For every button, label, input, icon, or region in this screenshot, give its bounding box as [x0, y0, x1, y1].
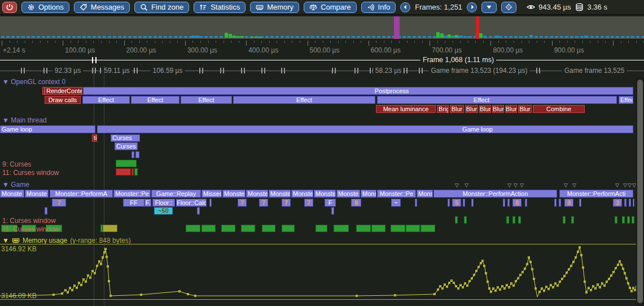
- zone[interactable]: Monste: [269, 190, 291, 198]
- zone[interactable]: Monste: [291, 190, 313, 198]
- lock-activity-bar[interactable]: [506, 216, 509, 224]
- scrollbar-thumb[interactable]: [637, 80, 643, 303]
- zone[interactable]: Monster::PerformA: [50, 190, 113, 198]
- zone[interactable]: Effec: [619, 96, 633, 104]
- collapsed-zones-marker-icon[interactable]: ▽: [455, 183, 459, 187]
- zone[interactable]: [448, 199, 450, 207]
- lock-activity-bar[interactable]: [455, 216, 458, 224]
- zone[interactable]: 7: [238, 199, 247, 207]
- collapsed-zones-marker-icon[interactable]: ▽: [572, 183, 576, 187]
- zone[interactable]: Blur: [492, 105, 504, 113]
- zone[interactable]: 8: [512, 199, 522, 207]
- zone[interactable]: [554, 199, 557, 207]
- lock-activity-bar[interactable]: [103, 225, 117, 232]
- zone[interactable]: 7: [259, 199, 268, 207]
- zone[interactable]: Effect: [377, 96, 617, 104]
- zone[interactable]: Combine: [533, 105, 585, 113]
- toolbar-button-info[interactable]: Info: [361, 2, 396, 13]
- power-button[interactable]: [2, 2, 17, 13]
- zone[interactable]: 7: [52, 199, 66, 207]
- zone[interactable]: Mons: [361, 190, 376, 198]
- zone[interactable]: Monster::PerformAction: [433, 190, 557, 198]
- toolbar-button-find-zone[interactable]: Find zone: [134, 2, 189, 13]
- zone[interactable]: Monste: [25, 190, 49, 198]
- frame-histogram[interactable]: [0, 16, 644, 40]
- collapsed-zones-marker-icon[interactable]: ▽: [465, 183, 468, 187]
- zone[interactable]: Effect: [181, 96, 232, 104]
- lock-activity-bar[interactable]: [571, 216, 574, 224]
- collapse-arrow-icon[interactable]: ▼: [2, 181, 11, 189]
- zone[interactable]: Curses: [111, 134, 140, 142]
- zone[interactable]: [629, 199, 631, 207]
- zone[interactable]: [331, 207, 334, 215]
- zone[interactable]: Effect: [131, 96, 179, 104]
- scrollbar-track[interactable]: [636, 78, 644, 306]
- collapsed-zones-marker-icon[interactable]: ▽: [564, 183, 568, 187]
- zone[interactable]: Blur: [518, 105, 532, 113]
- collapsed-zones-marker-icon[interactable]: ▽: [623, 183, 627, 187]
- zone[interactable]: Draw calls: [45, 96, 81, 104]
- zone[interactable]: Game loop: [0, 125, 95, 133]
- zone[interactable]: Monste: [246, 190, 268, 198]
- lock-activity-bar[interactable]: [371, 225, 385, 232]
- thread-header-opengl-context-0[interactable]: ▼ OpenGL context 0: [2, 78, 65, 86]
- toolbar-button-messages[interactable]: Messages: [74, 2, 130, 13]
- lock-activity-bar[interactable]: [627, 216, 630, 224]
- zone[interactable]: [559, 199, 561, 207]
- zone[interactable]: Mean luminance: [376, 105, 436, 113]
- lock-activity-bar[interactable]: [282, 225, 295, 232]
- zone[interactable]: Blur: [450, 105, 464, 113]
- memory-usage-header[interactable]: ▼Memory usage(y-range: 848 bytes): [2, 237, 131, 244]
- lock-activity-bar[interactable]: [464, 216, 467, 224]
- zone[interactable]: ~50: [154, 207, 173, 215]
- zone[interactable]: F: [325, 199, 336, 207]
- zone[interactable]: Postprocess: [83, 87, 633, 95]
- collapsed-zones-marker-icon[interactable]: ▽: [507, 183, 511, 187]
- lock-activity-bar[interactable]: [262, 225, 275, 232]
- lock-activity-bar[interactable]: [406, 225, 420, 232]
- zone[interactable]: Missed: [201, 190, 222, 198]
- collapse-arrow-icon[interactable]: ▼: [2, 116, 11, 124]
- zone[interactable]: [209, 199, 212, 207]
- zone[interactable]: Floor::Calc: [176, 199, 207, 207]
- zone[interactable]: Mons: [417, 190, 433, 198]
- zone[interactable]: 7: [282, 199, 291, 207]
- lock-activity-bar[interactable]: [186, 225, 200, 232]
- zone[interactable]: Blur: [479, 105, 491, 113]
- lock-activity-bar[interactable]: [116, 160, 137, 167]
- frames-prev-button[interactable]: [400, 2, 410, 12]
- lock-activity-bar[interactable]: [632, 216, 634, 224]
- lock-activity-bar[interactable]: [512, 216, 515, 224]
- zone[interactable]: [624, 199, 627, 207]
- collapse-arrow-icon[interactable]: ▼: [2, 78, 11, 86]
- lock-activity-bar[interactable]: [420, 225, 435, 232]
- zone[interactable]: [463, 199, 465, 207]
- scroll-down-button[interactable]: [481, 2, 497, 13]
- zone[interactable]: Monster::Pe: [377, 190, 416, 198]
- lock-activity-bar[interactable]: [116, 168, 131, 176]
- lock-activity-bar[interactable]: [201, 225, 216, 232]
- zone[interactable]: 8: [351, 199, 361, 207]
- collapsed-zones-marker-icon[interactable]: ▽: [615, 183, 619, 187]
- zone[interactable]: Blur: [465, 105, 478, 113]
- lock-activity-bar[interactable]: [391, 225, 405, 232]
- zone[interactable]: RenderConte: [45, 87, 82, 95]
- zone[interactable]: ti: [92, 134, 97, 142]
- frames-next-button[interactable]: [467, 2, 477, 12]
- zone[interactable]: [525, 199, 527, 207]
- zone[interactable]: Curses: [115, 142, 138, 150]
- lock-activity-bar[interactable]: [134, 168, 138, 176]
- toolbar-button-memory[interactable]: Memory: [250, 2, 299, 13]
- zone[interactable]: 3: [613, 199, 622, 207]
- zone[interactable]: [132, 151, 134, 158]
- zone[interactable]: [507, 199, 510, 207]
- zone[interactable]: [633, 199, 634, 207]
- toolbar-button-options[interactable]: Options: [21, 2, 69, 13]
- goto-frame-button[interactable]: [501, 2, 516, 13]
- zone[interactable]: F.: [144, 199, 151, 207]
- zone[interactable]: [197, 207, 200, 215]
- lock-activity-bar[interactable]: [615, 216, 617, 224]
- zone[interactable]: [503, 199, 505, 207]
- zone[interactable]: 8: [564, 199, 573, 207]
- zone[interactable]: 5: [452, 199, 461, 207]
